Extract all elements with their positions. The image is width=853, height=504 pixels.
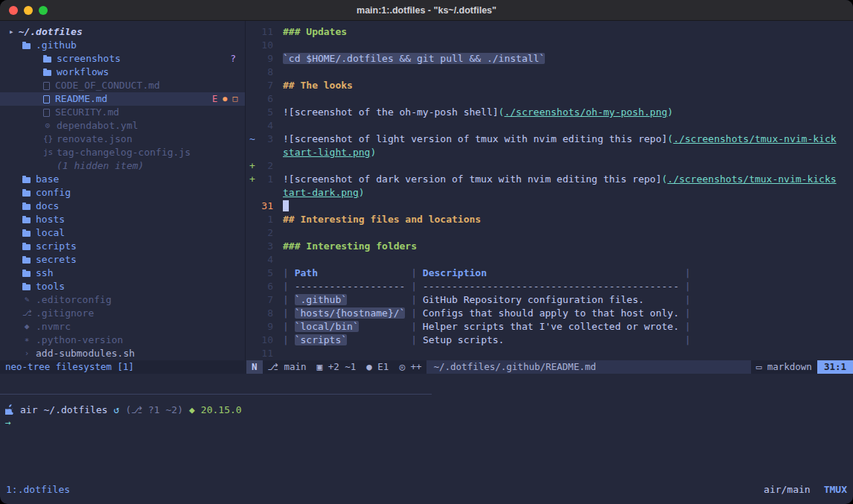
editor-line[interactable]: 5 ![screenshot of the oh-my-posh shell](… [246, 106, 853, 119]
editor-line[interactable]: 10 [246, 39, 853, 52]
python-icon: ∗ [22, 334, 31, 347]
file-icon [43, 82, 50, 90]
folder-icon [43, 57, 51, 63]
prompt-git-status: (⎇ ?1 ~2) [125, 404, 183, 415]
editor-buffer[interactable]: 11 ### Updates 10 9 `cd $HOME/.dotfiles … [246, 21, 853, 360]
folder-icon [22, 244, 31, 250]
editor-line[interactable]: 6 [246, 92, 853, 106]
tree-item-renovate[interactable]: {} renovate.json [0, 133, 245, 146]
diagnostics-count: ● E1 [361, 360, 394, 374]
tree-item-python-version[interactable]: ∗ .python-version [0, 334, 245, 347]
table-row[interactable]: 10 | `scripts` | Setup scripts. | [246, 334, 853, 347]
tree-item-code-of-conduct[interactable]: CODE_OF_CONDUCT.md [0, 79, 245, 92]
close-button[interactable] [9, 6, 18, 15]
tree-item-gitignore[interactable]: ⎇ .gitignore [0, 307, 245, 320]
apple-icon [5, 404, 14, 415]
folder-icon [22, 191, 31, 197]
tree-item-hosts[interactable]: hosts [0, 213, 245, 226]
editor-line[interactable]: 4 [246, 253, 853, 267]
tree-item-secrets[interactable]: secrets [0, 253, 245, 267]
editor-line[interactable]: 11 ### Updates [246, 25, 853, 39]
git-diff-stats: ▣ +2 ~1 [312, 360, 362, 374]
git-change-sign: ~ [246, 133, 256, 146]
editor-line[interactable]: 8 [246, 66, 853, 79]
tree-item-security[interactable]: SECURITY.md [0, 106, 245, 119]
titlebar: main:1:.dotfiles - "ks~/.dotfiles" [0, 0, 853, 21]
tree-root[interactable]: ▸ ~/.dotfiles [0, 25, 245, 39]
table-row[interactable]: 7 | `.github` | GitHub Repository config… [246, 293, 853, 307]
tree-item-tools[interactable]: tools [0, 280, 245, 293]
traffic-lights [9, 6, 48, 15]
editor-line[interactable]: 11 [246, 347, 853, 360]
error-marker: E [212, 92, 217, 106]
diagnostic-git-markers: E ● □ [212, 92, 237, 106]
tree-item-docs[interactable]: docs [0, 200, 245, 213]
node-version: 20.15.0 [201, 404, 242, 415]
shell-script-icon: › [22, 347, 31, 360]
minimize-button[interactable] [24, 6, 33, 15]
editor-line[interactable]: 1 ## Interesting files and locations [246, 213, 853, 226]
tree-hidden-items-note[interactable]: (1 hidden item) [0, 159, 245, 173]
filetype-indicator: ▭ markdown [751, 360, 817, 374]
zoom-button[interactable] [39, 6, 48, 15]
editor-line-wrap[interactable]: start-light.png) [246, 146, 853, 159]
editor-cursor-line[interactable]: 31 [246, 200, 853, 213]
table-header-row[interactable]: 5 | Path | Description | [246, 267, 853, 280]
tree-item-tag-changelog[interactable]: js tag-changelog-config.js [0, 146, 245, 159]
neotree-file-tree: ▸ ~/.dotfiles .github screenshots ? work… [0, 21, 246, 360]
folder-icon [22, 204, 31, 210]
editor-line[interactable]: ~3 ![screenshot of light version of tmux… [246, 133, 853, 146]
tmux-status-bar: 1:.dotfiles air/main TMUX [0, 482, 853, 497]
tree-item-screenshots[interactable]: screenshots ? [0, 52, 245, 66]
table-separator-row[interactable]: 6 | ------------------- | --------------… [246, 280, 853, 293]
tree-item-scripts[interactable]: scripts [0, 240, 245, 253]
editor-line[interactable]: 4 [246, 119, 853, 133]
tree-item-local[interactable]: local [0, 226, 245, 240]
nvim-statusline: N ⎇ main ▣ +2 ~1 ● E1 ◎ ++ ~/.dotfiles/.… [246, 360, 853, 374]
folder-icon [22, 231, 31, 237]
tree-item-workflows[interactable]: workflows [0, 66, 245, 79]
tree-item-config[interactable]: config [0, 186, 245, 200]
tree-item-github[interactable]: .github [0, 39, 245, 52]
prompt-arrow: → [5, 417, 11, 428]
table-row[interactable]: 9 | `local/bin` | Helper scripts that I'… [246, 320, 853, 334]
table-row[interactable]: 8 | `hosts/{hostname}/` | Configs that s… [246, 307, 853, 320]
tree-item-add-submodules[interactable]: › add-submodules.sh [0, 347, 245, 360]
terminal-window: main:1:.dotfiles - "ks~/.dotfiles" ▸ ~/.… [0, 0, 853, 504]
git-add-sign: + [246, 173, 256, 186]
cursor-position: 31:1 [817, 360, 853, 374]
terminal-content: ▸ ~/.dotfiles .github screenshots ? work… [0, 21, 853, 504]
editor-line[interactable]: 2 [246, 226, 853, 240]
shell-input-line[interactable]: → [0, 416, 853, 430]
prompt-cwd: ~/.dotfiles [43, 404, 107, 415]
mode-indicator: N [246, 360, 263, 374]
git-untracked-badge: ? [230, 52, 236, 66]
dependabot-icon: ⊙ [43, 119, 52, 133]
git-icon: ⎇ [22, 307, 31, 320]
shell-prompt: air ~/.dotfiles ↺ (⎇ ?1 ~2) ◆ 20.15.0 [0, 403, 853, 416]
neotree-statusline: neo-tree filesystem [1] [0, 360, 246, 374]
editor-line[interactable]: +2 [246, 159, 853, 173]
editor-line[interactable]: 7 ## The looks [246, 79, 853, 92]
markdown-link: ./screenshots/oh-my-posh.png [504, 106, 667, 118]
line-number: 11 [256, 25, 283, 39]
editor-line[interactable]: 9 `cd $HOME/.dotfiles && git pull && ./i… [246, 52, 853, 66]
unstaged-box-marker: □ [232, 92, 237, 106]
cursor [283, 200, 289, 211]
tree-item-dependabot[interactable]: ⊙ dependabot.yml [0, 119, 245, 133]
js-file-icon: js [43, 146, 52, 159]
editor-line[interactable]: 3 ### Interesting folders [246, 240, 853, 253]
tmux-window-item[interactable]: 1:.dotfiles [6, 484, 70, 495]
file-icon [43, 109, 50, 117]
tree-item-base[interactable]: base [0, 173, 245, 186]
folder-icon [43, 70, 51, 76]
git-sign [246, 25, 256, 39]
tree-item-nvmrc[interactable]: ◆ .nvmrc [0, 320, 245, 334]
git-branch: ⎇ main [263, 360, 312, 374]
editor-line[interactable]: +1 ![screenshot of dark version of tmux … [246, 173, 853, 186]
node-icon: ◆ [22, 320, 31, 334]
editor-line-wrap[interactable]: tart-dark.png) [246, 186, 853, 200]
tree-item-readme-selected[interactable]: README.md E ● □ [0, 92, 245, 106]
tree-item-editorconfig[interactable]: ✎ .editorconfig [0, 293, 245, 307]
tree-item-ssh[interactable]: ssh [0, 267, 245, 280]
